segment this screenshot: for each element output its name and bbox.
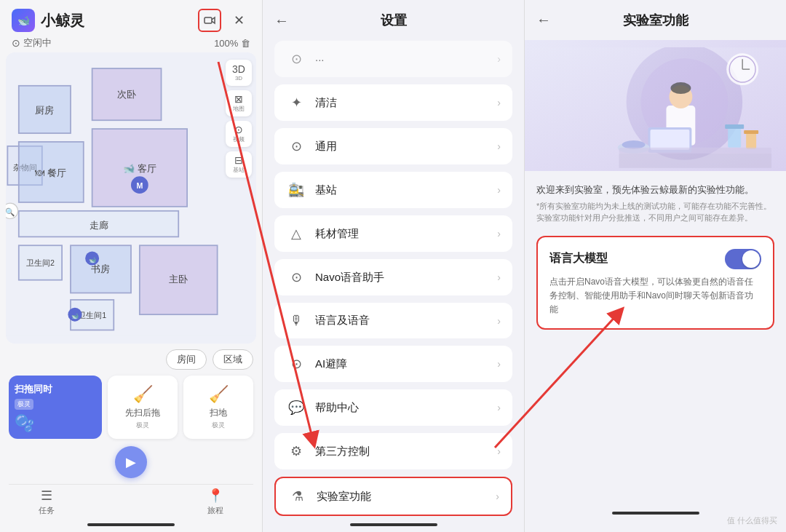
partial-label: ··· — [315, 53, 497, 65]
consumables-arrow: › — [497, 228, 501, 239]
lab-feature-title: 语言大模型 — [549, 251, 608, 266]
header-left: 🐋 小鲸灵 — [12, 9, 84, 32]
home-indicator-right — [612, 512, 699, 515]
consumables-label: 耗材管理 — [315, 227, 497, 241]
general-icon: ⊙ — [286, 138, 306, 154]
panel-robot-map: 🐋 小鲸灵 ✕ ⊙ 空闲中 100% 🗑 3D — [0, 0, 262, 532]
partial-icon: ⊙ — [286, 51, 306, 67]
base-btn[interactable]: ⊟ 基站 — [226, 151, 252, 178]
settings-item-consumables[interactable]: △ 耗材管理 › — [274, 215, 512, 252]
home-indicator-left — [87, 523, 175, 526]
general-label: 通用 — [315, 140, 497, 154]
lab-note: *所有实验室功能均为未上线的测试功能，可能存在功能不完善性。实验室功能针对用户分… — [536, 200, 774, 224]
settings-item-third-party[interactable]: ⚙ 第三方控制 › — [274, 433, 512, 469]
base-icon: ⊟ — [234, 155, 243, 165]
svg-text:卫生间2: 卫生间2 — [26, 258, 55, 267]
battery-level: 100% — [214, 38, 238, 49]
app-title: 小鲸灵 — [41, 11, 84, 31]
lab-feature-description: 点击开启Navo语音大模型，可以体验更自然的语音任务控制、智能使用助手和Navo… — [549, 275, 761, 317]
sweep-mop-badge: 极灵 — [15, 399, 33, 410]
mode-cards: 扫拖同时 极灵 🫧 🧹 先扫后拖 极灵 🧹 扫地 极灵 — [9, 376, 253, 439]
base-station-icon: 🚉 — [286, 182, 306, 198]
clean-label: 清洁 — [315, 96, 497, 110]
nav-task[interactable]: ☰ 任务 — [39, 488, 55, 516]
settings-item-language[interactable]: 🎙 语言及语音 › — [274, 303, 512, 338]
sweep-only-icon: 🧹 — [209, 385, 229, 404]
settings-item-base[interactable]: 🚉 基站 › — [274, 172, 512, 208]
consumables-icon: △ — [286, 226, 306, 242]
lab-content: 欢迎来到实验室，预先体验云鲸最新的实验性功能。 *所有实验室功能均为未上线的测试… — [525, 171, 786, 506]
lab-header: ← 实验室功能 — [525, 0, 786, 40]
video-btn[interactable]: ⊙ 视频 — [226, 121, 252, 147]
navo-label: Navo语音助手 — [315, 271, 497, 285]
home-indicator-middle — [350, 523, 437, 526]
map-icon: ⊠ — [234, 94, 243, 104]
svg-rect-48 — [619, 148, 771, 154]
svg-text:走廊: 走廊 — [90, 220, 108, 231]
sweep-only-badge: 极灵 — [212, 421, 225, 430]
svg-rect-45 — [744, 130, 758, 134]
settings-back-btn[interactable]: ← — [274, 12, 289, 29]
status-text: 空闲中 — [23, 36, 52, 49]
svg-text:次卧: 次卧 — [117, 89, 136, 100]
third-party-icon: ⚙ — [286, 443, 306, 459]
ai-arrow: › — [497, 358, 501, 370]
sweep-mop-title: 扫拖同时 — [15, 383, 96, 396]
svg-text:🐋 客厅: 🐋 客厅 — [123, 162, 156, 175]
settings-item-ai[interactable]: ⊙ AI避障 › — [274, 346, 512, 382]
lab-welcome: 欢迎来到实验室，预先体验云鲸最新的实验性功能。 — [536, 183, 774, 197]
floor-map[interactable]: 3D 3D ⊠ 地图 ⊙ 视频 ⊟ 基站 厨房 — [6, 52, 256, 344]
nav-route[interactable]: 📍 旅程 — [207, 488, 223, 516]
svg-rect-0 — [205, 17, 212, 23]
sweep-then-mop-badge: 极灵 — [136, 421, 149, 430]
sweep-then-mop-card[interactable]: 🧹 先扫后拖 极灵 — [108, 376, 178, 439]
bottom-navigation: ☰ 任务 📍 旅程 — [9, 484, 253, 519]
play-button[interactable]: ▶ — [115, 446, 147, 478]
navo-icon: ⊙ — [286, 269, 306, 285]
svg-rect-41 — [651, 130, 690, 150]
sweep-mop-seq-icon: 🧹 — [133, 385, 153, 404]
3d-view-btn[interactable]: 3D 3D — [226, 60, 252, 86]
svg-rect-49 — [619, 154, 771, 168]
status-bar: ⊙ 空闲中 100% 🗑 — [0, 35, 262, 52]
map-label: 地图 — [233, 105, 245, 113]
lab-feature-card: 语言大模型 点击开启Navo语音大模型，可以体验更自然的语音任务控制、智能使用助… — [536, 236, 774, 330]
partial-arrow: › — [497, 53, 501, 65]
settings-item-partial[interactable]: ⊙ ··· › — [274, 41, 512, 77]
general-arrow: › — [497, 140, 501, 152]
settings-item-clean[interactable]: ✦ 清洁 › — [274, 84, 512, 121]
area-tab[interactable]: 区域 — [213, 349, 253, 370]
svg-text:🍽 餐厅: 🍽 餐厅 — [35, 167, 66, 178]
lab-label: 实验室功能 — [317, 490, 496, 504]
floor-plan-svg: 厨房 次卧 杂物间 🍽 餐厅 🐋 客厅 M 走廊 — [6, 52, 256, 344]
device-status: ⊙ 空闲中 — [12, 36, 52, 49]
battery-icon: 🗑 — [241, 38, 250, 49]
lab-svg-illustration — [525, 47, 786, 171]
settings-item-lab[interactable]: ⚗ 实验室功能 › — [274, 477, 512, 516]
sweep-mop-card[interactable]: 扫拖同时 极灵 🫧 — [9, 376, 102, 439]
panel-settings: ← 设置 ⊙ ··· › ✦ 清洁 › ⊙ 通用 › 🚉 基站 › △ 耗材管理… — [262, 0, 524, 532]
task-label: 任务 — [39, 505, 55, 516]
clean-arrow: › — [497, 97, 501, 108]
settings-list: ⊙ ··· › ✦ 清洁 › ⊙ 通用 › 🚉 基站 › △ 耗材管理 › ⊙ … — [263, 41, 524, 517]
help-arrow: › — [497, 402, 501, 413]
app-header: 🐋 小鲸灵 ✕ — [0, 0, 262, 35]
settings-item-help[interactable]: 💬 帮助中心 › — [274, 389, 512, 426]
lab-illustration — [525, 40, 786, 171]
language-model-toggle[interactable] — [725, 249, 761, 269]
settings-item-navo[interactable]: ⊙ Navo语音助手 › — [274, 259, 512, 295]
lab-icon: ⚗ — [287, 488, 308, 504]
room-tab[interactable]: 房间 — [166, 349, 207, 370]
language-icon: 🎙 — [286, 313, 306, 328]
close-icon-btn[interactable]: ✕ — [227, 9, 250, 32]
header-icons: ✕ — [198, 9, 250, 32]
base-label: 基站 — [233, 166, 245, 174]
lab-arrow: › — [496, 491, 499, 502]
map-btn[interactable]: ⊠ 地图 — [226, 90, 252, 116]
route-icon: 📍 — [207, 488, 223, 504]
sweep-only-card[interactable]: 🧹 扫地 极灵 — [183, 376, 253, 439]
settings-title: 设置 — [381, 12, 407, 29]
lab-back-btn[interactable]: ← — [536, 12, 551, 28]
settings-item-general[interactable]: ⊙ 通用 › — [274, 128, 512, 164]
camera-icon-btn[interactable] — [198, 9, 221, 32]
